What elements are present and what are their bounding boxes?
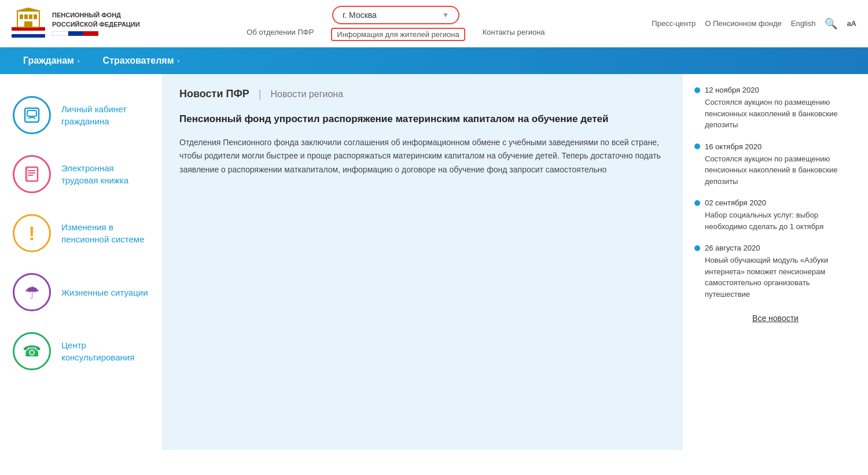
right-news-item-3: 02 сентября 2020 Набор социальных услуг:… — [694, 198, 856, 232]
news-date-2: 16 октября 2020 — [694, 142, 856, 151]
news-title-1[interactable]: Состоялся аукцион по размещению пенсионн… — [694, 97, 856, 131]
sidebar: Личный кабинет гражданина Электронная тр… — [0, 74, 162, 450]
cabinet-icon — [12, 95, 52, 135]
main-nav: Гражданам › Страхователям › — [0, 47, 868, 74]
subnav-item-about[interactable]: Об отделении ПФР — [247, 28, 314, 41]
sidebar-item-changes[interactable]: ! Изменения в пенсионной системе — [6, 204, 156, 263]
sidebar-item-consulting[interactable]: ☎ Центр консультирования — [6, 322, 156, 381]
news-tab-main[interactable]: Новости ПФР — [179, 88, 249, 100]
news-date-3: 02 сентября 2020 — [694, 198, 856, 207]
news-title-4[interactable]: Новый обучающий модуль «Азбуки интернета… — [694, 255, 856, 300]
sidebar-life-label: Жизненные ситуации — [61, 286, 148, 299]
content-area: Личный кабинет гражданина Электронная тр… — [0, 74, 868, 450]
article-title: Пенсионный фонд упростил распоряжение ма… — [179, 112, 665, 127]
header-center: г. Москва ▼ Об отделении ПФР Информация … — [140, 6, 652, 41]
sidebar-cabinet-label: Личный кабинет гражданина — [61, 103, 150, 127]
news-tab-region[interactable]: Новости региона — [270, 89, 343, 100]
news-title-3[interactable]: Набор социальных услуг: выбор необходимо… — [694, 209, 856, 232]
workbook-icon — [12, 154, 52, 194]
sidebar-changes-label: Изменения в пенсионной системе — [61, 221, 150, 245]
nav-citizens[interactable]: Гражданам › — [12, 47, 91, 74]
news-title-2[interactable]: Состоялся аукцион по размещению пенсионн… — [694, 153, 856, 187]
sidebar-item-cabinet[interactable]: Личный кабинет гражданина — [6, 86, 156, 145]
about-fund-link[interactable]: О Пенсионном фонде — [705, 19, 782, 28]
news-dot-2 — [694, 143, 700, 149]
all-news-link[interactable]: Все новости — [694, 314, 856, 323]
header-right: Пресс-центр О Пенсионном фонде English 🔍… — [652, 17, 856, 30]
region-selector[interactable]: г. Москва ▼ — [332, 6, 459, 24]
svg-rect-8 — [24, 21, 32, 27]
region-name: г. Москва — [343, 10, 377, 20]
life-icon: ☂ — [12, 272, 52, 312]
svg-rect-7 — [34, 14, 37, 19]
svg-rect-0 — [12, 31, 45, 34]
article-body: Отделения Пенсионного фонда заключили со… — [179, 136, 665, 177]
news-dot-3 — [694, 200, 700, 206]
news-dot-1 — [694, 87, 700, 93]
svg-rect-6 — [29, 14, 32, 19]
logo-area: ПЕНСИОННЫЙ ФОНД РОССИЙСКОЙ ФЕДЕРАЦИИ — [12, 6, 140, 41]
right-news-item-1: 12 ноября 2020 Состоялся аукцион по разм… — [694, 86, 856, 131]
sidebar-item-life[interactable]: ☂ Жизненные ситуации — [6, 263, 156, 322]
news-tab-divider: | — [259, 88, 262, 100]
sidebar-workbook-label: Электронная трудовая книжка — [61, 162, 150, 186]
svg-rect-16 — [25, 167, 28, 181]
news-tabs: Новости ПФР | Новости региона — [179, 88, 665, 100]
english-link[interactable]: English — [791, 19, 816, 28]
pfr-logo-icon — [12, 6, 46, 41]
svg-rect-11 — [27, 111, 36, 116]
changes-icon: ! — [12, 213, 52, 253]
right-sidebar: 12 ноября 2020 Состоялся аукцион по разм… — [683, 74, 868, 450]
chevron-insurers-icon: › — [178, 57, 180, 64]
sidebar-consulting-label: Центр консультирования — [61, 339, 150, 363]
subnav-item-info[interactable]: Информация для жителей региона — [331, 28, 465, 41]
news-date-4: 26 августа 2020 — [694, 244, 856, 252]
right-news-item-2: 16 октября 2020 Состоялся аукцион по раз… — [694, 142, 856, 187]
sidebar-item-workbook[interactable]: Электронная трудовая книжка — [6, 145, 156, 204]
font-size-button[interactable]: аА — [847, 19, 856, 28]
press-center-link[interactable]: Пресс-центр — [652, 19, 696, 28]
subnav-item-contacts[interactable]: Контакты региона — [483, 28, 545, 41]
consulting-icon: ☎ — [12, 331, 52, 371]
header: ПЕНСИОННЫЙ ФОНД РОССИЙСКОЙ ФЕДЕРАЦИИ г. … — [0, 0, 868, 47]
chevron-citizens-icon: › — [78, 57, 80, 64]
sub-nav: Об отделении ПФР Информация для жителей … — [247, 28, 545, 41]
dropdown-arrow-icon: ▼ — [442, 11, 449, 19]
main-content: Новости ПФР | Новости региона Пенсионный… — [162, 74, 683, 450]
nav-insurers[interactable]: Страхователям › — [91, 47, 192, 74]
svg-marker-9 — [15, 8, 42, 11]
news-date-1: 12 ноября 2020 — [694, 86, 856, 94]
svg-rect-4 — [20, 14, 23, 19]
search-button[interactable]: 🔍 — [825, 17, 837, 30]
svg-rect-5 — [24, 14, 28, 19]
news-dot-4 — [694, 245, 700, 251]
svg-rect-1 — [12, 34, 45, 38]
right-news-item-4: 26 августа 2020 Новый обучающий модуль «… — [694, 244, 856, 300]
logo-text: ПЕНСИОННЫЙ ФОНД РОССИЙСКОЙ ФЕДЕРАЦИИ — [52, 11, 140, 36]
